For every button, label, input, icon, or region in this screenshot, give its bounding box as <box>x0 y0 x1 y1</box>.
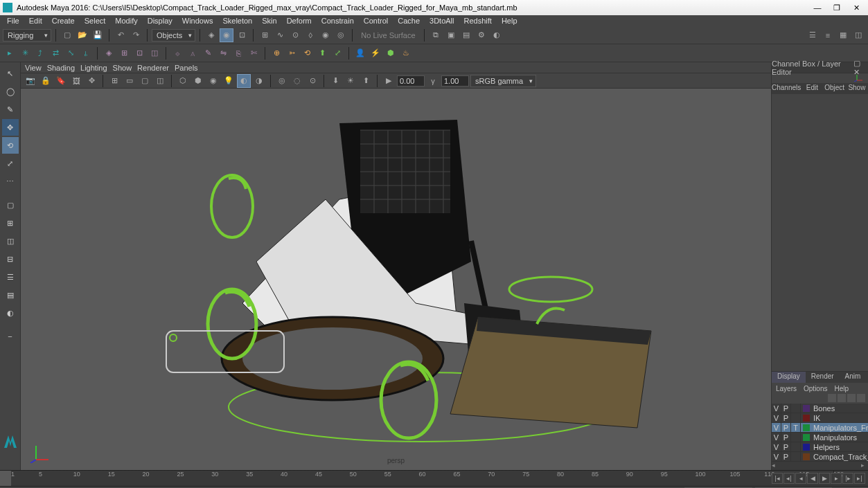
two-pane-side-icon[interactable]: ◫ <box>2 233 19 249</box>
exposure-field[interactable]: 0.00 <box>397 75 425 87</box>
construction-history-icon[interactable]: ⧉ <box>429 28 443 42</box>
cb-tab-edit[interactable]: Edit <box>801 83 823 94</box>
render-settings-icon[interactable]: ⚙ <box>475 28 488 42</box>
paint-weights-icon[interactable]: ✎ <box>201 46 215 60</box>
layer-row[interactable]: VPManipulators <box>772 433 868 442</box>
layer-visible-toggle[interactable]: V <box>772 404 781 413</box>
layer-tab-render[interactable]: Render <box>806 372 840 383</box>
panel-menu-renderer[interactable]: Renderer <box>137 64 169 72</box>
new-scene-icon[interactable]: ▢ <box>60 28 74 42</box>
lock-camera-icon[interactable]: 🔒 <box>39 74 53 88</box>
layer-playback-toggle[interactable]: P <box>781 413 791 422</box>
layer-row[interactable]: VPBones <box>772 404 868 413</box>
layer-visible-toggle[interactable]: V <box>772 423 781 432</box>
menu-control[interactable]: Control <box>360 17 392 25</box>
shadows-icon[interactable]: ◐ <box>237 74 251 88</box>
go-to-start-icon[interactable]: |◂ <box>772 473 783 484</box>
menu-skin[interactable]: Skin <box>258 17 281 25</box>
gamma-icon[interactable]: γ <box>426 74 440 88</box>
smooth-shade-icon[interactable]: ⬢ <box>191 74 205 88</box>
move-layer-down-icon[interactable] <box>838 394 846 402</box>
save-scene-icon[interactable]: 💾 <box>91 28 105 42</box>
layer-type-toggle[interactable]: T <box>791 423 801 432</box>
layer-playback-toggle[interactable]: P <box>781 433 791 442</box>
last-tool-icon[interactable]: ⋯ <box>2 173 19 190</box>
textured-icon[interactable]: ◉ <box>206 74 220 88</box>
layer-color-swatch[interactable] <box>803 453 810 460</box>
step-forward-key-icon[interactable]: |▸ <box>842 473 853 484</box>
isolate-select-icon[interactable]: ◎ <box>275 74 289 88</box>
viewport[interactable]: persp <box>21 89 771 470</box>
constraint-point-icon[interactable]: ⊕ <box>269 46 283 60</box>
toggle-modeling-toolkit-icon[interactable]: ◫ <box>851 28 865 42</box>
create-lattice-icon[interactable]: ⊞ <box>117 46 131 60</box>
film-gate-icon[interactable]: ▭ <box>123 74 136 88</box>
shelf-tab-arrow-icon[interactable]: ▸ <box>3 46 17 60</box>
move-tool-icon[interactable]: ✥ <box>2 119 19 136</box>
menu-windows[interactable]: Windows <box>178 17 218 25</box>
menu-constrain[interactable]: Constrain <box>317 17 358 25</box>
exposure-down-icon[interactable]: ⬇ <box>328 74 342 88</box>
select-camera-icon[interactable]: 📷 <box>24 74 37 88</box>
layer-playback-toggle[interactable]: P <box>781 452 791 461</box>
cb-tab-channels[interactable]: Channels <box>772 83 801 94</box>
single-pane-icon[interactable]: ▢ <box>2 197 19 213</box>
undo-icon[interactable]: ↶ <box>114 28 127 42</box>
layer-type-toggle[interactable] <box>791 413 801 422</box>
layer-row[interactable]: VPCompact_Track_Load <box>772 452 868 462</box>
gamma-field[interactable]: 1.00 <box>441 75 469 87</box>
layer-type-toggle[interactable] <box>791 452 801 461</box>
layer-visible-toggle[interactable]: V <box>772 442 781 451</box>
mirror-joint-icon[interactable]: ⇄ <box>48 46 62 60</box>
layer-color-swatch[interactable] <box>803 405 810 412</box>
layer-color-swatch[interactable] <box>803 434 810 441</box>
menu-edit[interactable]: Edit <box>25 17 46 25</box>
menu-deform[interactable]: Deform <box>283 17 316 25</box>
layer-menu-options[interactable]: Options <box>804 385 827 392</box>
panel-menu-shading[interactable]: Shading <box>47 64 75 72</box>
snap-point-icon[interactable]: ⊙ <box>288 28 302 42</box>
copy-weights-icon[interactable]: ⎘ <box>231 46 245 60</box>
rotate-tool-icon[interactable]: ⟲ <box>2 137 19 154</box>
persp-outliner-icon[interactable]: ▤ <box>2 287 19 303</box>
create-cluster-icon[interactable]: ◈ <box>102 46 116 60</box>
layer-playback-toggle[interactable]: P <box>781 442 791 451</box>
maximize-button[interactable]: ❐ <box>828 1 846 14</box>
constraint-parent-icon[interactable]: ⬆ <box>315 46 329 60</box>
snap-curve-icon[interactable]: ∿ <box>273 28 287 42</box>
constraint-orient-icon[interactable]: ⟲ <box>300 46 314 60</box>
colorspace-dropdown[interactable]: sRGB gamma <box>470 75 536 87</box>
ao-icon[interactable]: ◑ <box>252 74 266 88</box>
layer-visible-toggle[interactable]: V <box>772 433 781 442</box>
play-forward-icon[interactable]: ▶ <box>819 473 830 484</box>
snap-plane-icon[interactable]: ◊ <box>303 28 317 42</box>
insert-joint-icon[interactable]: ⤴ <box>33 46 47 60</box>
cb-tab-object[interactable]: Object <box>824 83 846 94</box>
gate-mask-icon[interactable]: ◫ <box>153 74 167 88</box>
menu-select[interactable]: Select <box>80 17 110 25</box>
workspace-dropdown[interactable]: Rigging <box>3 29 51 42</box>
layer-type-toggle[interactable] <box>791 433 801 442</box>
layout-chooser-icon[interactable]: − <box>2 328 19 345</box>
layer-type-toggle[interactable] <box>791 404 801 413</box>
menu-redshift[interactable]: Redshift <box>460 17 496 25</box>
menu-help[interactable]: Help <box>497 17 522 25</box>
grid-icon[interactable]: ⊞ <box>107 74 121 88</box>
step-back-icon[interactable]: ◂ <box>795 473 806 484</box>
time-slider-playhead[interactable] <box>0 471 11 486</box>
exposure-up-icon[interactable]: ⬆ <box>359 74 373 88</box>
bind-skin-icon[interactable]: ⟐ <box>170 46 184 60</box>
wireframe-icon[interactable]: ⬡ <box>176 74 190 88</box>
paint-select-tool-icon[interactable]: ✎ <box>2 101 19 118</box>
xray-icon[interactable]: ◌ <box>290 74 304 88</box>
image-plane-icon[interactable]: 🖼 <box>69 74 83 88</box>
create-blend-icon[interactable]: ◫ <box>148 46 161 60</box>
layer-visible-toggle[interactable]: V <box>772 452 781 461</box>
menu-cache[interactable]: Cache <box>393 17 424 25</box>
layer-visible-toggle[interactable]: V <box>772 413 781 422</box>
toggle-channelbox-icon[interactable]: ▦ <box>836 28 850 42</box>
bake-icon[interactable]: ♨ <box>399 46 413 60</box>
exposure-icon[interactable]: ☀ <box>344 74 357 88</box>
select-by-object-icon[interactable]: ◉ <box>220 28 233 42</box>
layer-menu-layers[interactable]: Layers <box>776 385 797 392</box>
